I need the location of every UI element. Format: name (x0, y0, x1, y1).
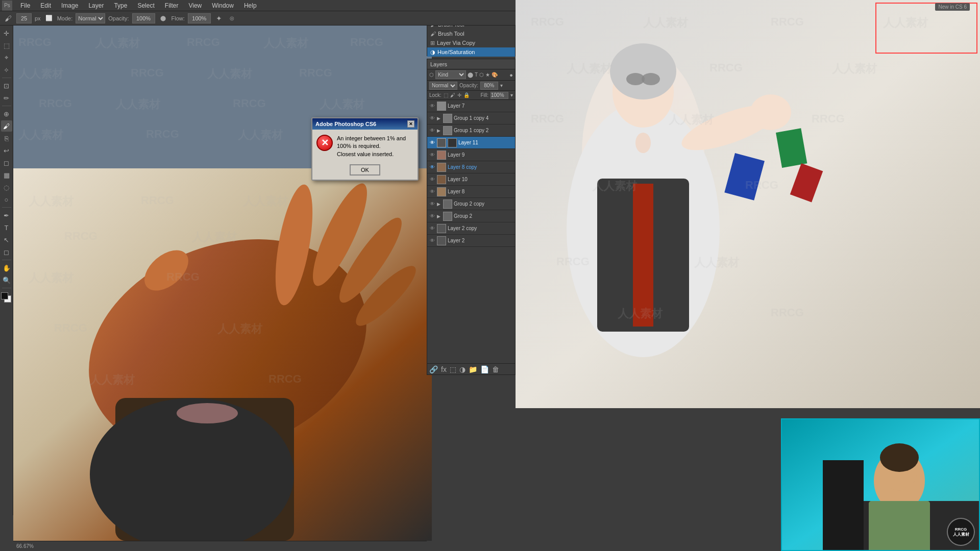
eye-icon-layer8copy[interactable]: 👁 (429, 164, 435, 170)
layer-item-group1copy2[interactable]: 👁 ▶ Group 1 copy 2 (427, 124, 515, 137)
lock-all-icon[interactable]: 🔒 (463, 92, 470, 98)
new-group-icon[interactable]: 📁 (469, 365, 477, 373)
layer-name-layer8: Layer 8 (448, 189, 513, 194)
layer-item-layer8copy[interactable]: 👁 Layer 8 copy (427, 161, 515, 173)
eye-icon-group1copy2[interactable]: 👁 (429, 128, 435, 134)
dodge-tool[interactable]: ○ (1, 194, 12, 205)
crop-tool[interactable]: ⊡ (1, 80, 12, 91)
pressure-opacity-icon[interactable]: ⬤ (158, 13, 168, 23)
pen-tool[interactable]: ✒ (1, 210, 12, 221)
layer-item-layer9[interactable]: 👁 Layer 9 (427, 149, 515, 161)
filter-icon-5[interactable]: 🎨 (492, 72, 498, 78)
svg-point-20 (750, 94, 791, 130)
history-item-hue[interactable]: ◑ Hue/Saturation (427, 47, 515, 57)
eraser-tool[interactable]: ◻ (1, 157, 12, 168)
layer-item-layer2copy[interactable]: 👁 Layer 2 copy (427, 222, 515, 235)
fill-arrow[interactable]: ▾ (510, 92, 513, 98)
menu-file[interactable]: File (18, 1, 32, 10)
layer-name-group1copy4: Group 1 copy 4 (454, 115, 513, 121)
lock-transparent-icon[interactable]: ⬚ (444, 92, 448, 98)
dialog-ok-button[interactable]: OK (350, 164, 380, 176)
foreground-color[interactable] (1, 292, 8, 299)
filter-toggle[interactable]: ● (509, 72, 513, 78)
move-tool[interactable]: ✛ (1, 28, 12, 39)
eye-icon-layer8[interactable]: 👁 (429, 189, 435, 195)
eye-icon-layer9[interactable]: 👁 (429, 152, 435, 158)
opacity-arrow[interactable]: ▾ (500, 83, 503, 88)
menu-help[interactable]: Help (242, 1, 259, 10)
brush-size-input[interactable] (16, 13, 32, 23)
filter-icon-4[interactable]: ★ (485, 72, 490, 78)
text-tool[interactable]: T (1, 222, 12, 233)
blend-mode-select[interactable]: Normal (429, 82, 457, 90)
flow-input[interactable] (188, 13, 211, 23)
opacity-label: Opacity: (459, 83, 478, 88)
layer-item-layer2[interactable]: 👁 Layer 2 (427, 235, 515, 247)
fill-value-input[interactable] (491, 92, 508, 99)
path-select-tool[interactable]: ↖ (1, 234, 12, 245)
menu-select[interactable]: Select (135, 1, 156, 10)
eye-icon-layer11[interactable]: 👁 (429, 140, 435, 146)
layer-item-group2[interactable]: 👁 ▶ Group 2 (427, 210, 515, 222)
delete-layer-icon[interactable]: 🗑 (492, 365, 499, 373)
zoom-level: 66.67% (16, 543, 34, 549)
menu-view[interactable]: View (186, 1, 204, 10)
new-fill-layer-icon[interactable]: ◑ (459, 365, 465, 373)
add-style-icon[interactable]: fx (441, 365, 447, 373)
clone-tool[interactable]: ⎘ (1, 133, 12, 144)
eyedropper-tool[interactable]: ✏ (1, 92, 12, 104)
dialog-close-button[interactable]: ✕ (407, 120, 414, 128)
new-layer-icon[interactable]: 📄 (480, 365, 489, 373)
magic-wand-tool[interactable]: ✧ (1, 64, 12, 76)
filter-icon-2[interactable]: T (475, 72, 478, 78)
opacity-input[interactable] (132, 13, 155, 23)
shape-tool[interactable]: ◻ (1, 246, 12, 258)
layer-item-group2copy[interactable]: 👁 ▶ Group 2 copy (427, 198, 515, 210)
zoom-tool[interactable]: 🔍 (1, 274, 12, 286)
eye-icon-group1copy4[interactable]: 👁 (429, 115, 435, 121)
menu-window[interactable]: Window (210, 1, 236, 10)
history-item-layercopy[interactable]: ⊞ Layer Via Copy (427, 38, 515, 47)
history-brush-tool[interactable]: ↩ (1, 145, 12, 156)
thumb-layer11 (437, 138, 446, 147)
layer-item-layer7[interactable]: 👁 Layer 7 (427, 100, 515, 112)
lasso-tool[interactable]: ⌖ (1, 52, 12, 63)
group-arrow-2copy: ▶ (437, 202, 440, 207)
blur-tool[interactable]: ◌ (1, 182, 12, 193)
thumb-group2copy (443, 199, 452, 209)
opacity-value-input[interactable] (480, 82, 498, 90)
thumb-group1copy2 (443, 126, 452, 135)
eye-icon-group2[interactable]: 👁 (429, 213, 435, 219)
history-item-brush2[interactable]: 🖌 Brush Tool (427, 29, 515, 38)
eye-icon-layer10[interactable]: 👁 (429, 177, 435, 183)
lock-pixels-icon[interactable]: 🖌 (450, 92, 455, 98)
layer-item-layer11[interactable]: 👁 Layer 11 (427, 137, 515, 149)
gradient-tool[interactable]: ▦ (1, 169, 12, 181)
menu-type[interactable]: Type (112, 1, 129, 10)
brush-tool[interactable]: 🖌 (1, 120, 12, 132)
eye-icon-layer7[interactable]: 👁 (429, 103, 435, 109)
hand-tool[interactable]: ✋ (1, 262, 12, 273)
heal-tool[interactable]: ⊕ (1, 108, 12, 119)
menu-filter[interactable]: Filter (163, 1, 181, 10)
menu-layer[interactable]: Layer (86, 1, 106, 10)
menu-edit[interactable]: Edit (38, 1, 53, 10)
kind-filter-select[interactable]: Kind (435, 70, 466, 79)
airbrush-icon[interactable]: ✦ (214, 13, 224, 23)
layer-item-layer8[interactable]: 👁 Layer 8 (427, 186, 515, 198)
layers-filter-bar: ⬡ Kind ⬤ T ⬡ ★ 🎨 ● (427, 69, 515, 81)
mode-select[interactable]: Normal (76, 13, 105, 23)
menu-image[interactable]: Image (59, 1, 80, 10)
layer-item-group1copy4[interactable]: 👁 ▶ Group 1 copy 4 (427, 112, 515, 124)
eye-icon-layer2copy[interactable]: 👁 (429, 226, 435, 232)
link-layers-icon[interactable]: 🔗 (429, 365, 438, 373)
lock-position-icon[interactable]: ✛ (457, 92, 461, 98)
add-mask-icon[interactable]: ⬚ (450, 365, 456, 373)
eye-icon-group2copy[interactable]: 👁 (429, 201, 435, 207)
eye-icon-layer2[interactable]: 👁 (429, 238, 435, 244)
layer-item-layer10[interactable]: 👁 Layer 10 (427, 173, 515, 186)
filter-icon-1[interactable]: ⬤ (468, 72, 473, 78)
selection-tool[interactable]: ⬚ (1, 40, 12, 51)
filter-icon-3[interactable]: ⬡ (479, 72, 484, 78)
pressure-flow-icon[interactable]: ◎ (227, 13, 237, 23)
